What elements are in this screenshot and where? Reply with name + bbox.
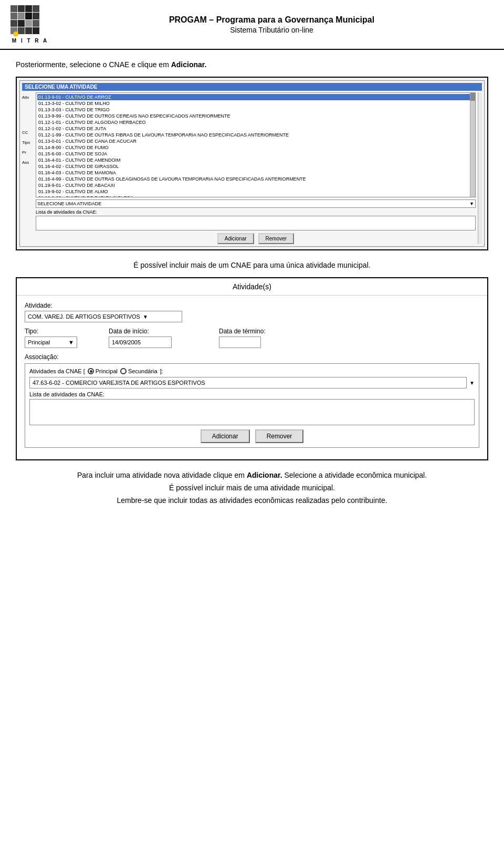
svg-point-16 [13, 31, 18, 37]
svg-rect-10 [25, 20, 32, 27]
scrollbar-thumb[interactable] [470, 93, 475, 101]
svg-rect-8 [10, 20, 17, 27]
header-title-line1: PROGAM – Programa para a Governança Muni… [50, 15, 494, 25]
footer-text-3: É possível incluir mais de uma atividade… [16, 484, 488, 492]
footer-text1-before: Para incluir uma atividade nova atividad… [77, 471, 247, 479]
atividade-select-value: COM. VAREJ. DE ARTIGOS ESPORTIVOS [28, 313, 140, 320]
svg-rect-11 [33, 20, 39, 27]
svg-rect-7 [33, 13, 39, 19]
side-label-ass: Ass [22, 160, 34, 165]
cnae-item-13[interactable]: 01.16-4-99 - CULTIVO DE OUTRAS OLEAGINOS… [37, 176, 474, 182]
svg-rect-1 [18, 5, 25, 12]
data-termino-input[interactable] [219, 337, 261, 348]
cnae-dropdown-arrow: ▼ [469, 201, 474, 206]
tipo-value: Principal [28, 339, 50, 345]
cnae-item-8[interactable]: 01.14-8-00 - CULTIVO DE FUMO [37, 144, 474, 151]
data-inicio-label: Data de início: [109, 328, 214, 335]
footer-text2: Selecione a atividade econômica municipa… [284, 471, 427, 479]
intro-text-bold: Adicionar. [171, 60, 207, 69]
three-col-row: Tipo: Principal ▼ Data de início: 14/09/… [25, 328, 479, 348]
cnae-item-4[interactable]: 01.12-1-01 - CULTIVO DE ALGODAO HERBACEO [37, 119, 474, 125]
cnae-item-9[interactable]: 01.15-6-00 - CULTIVO DE SOJA [37, 151, 474, 157]
radio-secundaria-btn[interactable]: Secundária [120, 368, 158, 374]
atividade-select[interactable]: COM. VAREJ. DE ARTIGOS ESPORTIVOS ▼ [25, 311, 182, 322]
radio-principal-circle [88, 368, 94, 374]
cnae-dropdown-arrow: ▼ [469, 380, 475, 386]
cnae-inner-list-label: Lista de atividades da CNAE: [29, 391, 475, 397]
cnae-second-select-row: SELECIONE UMA ATIVIDADE ▼ [36, 199, 476, 208]
ativ-remove-button[interactable]: Remover [255, 429, 304, 443]
atividades-title: Atividade(s) [17, 278, 487, 296]
cnae-second-select-value: SELECIONE UMA ATIVIDADE [37, 201, 101, 206]
svg-rect-13 [18, 27, 25, 34]
svg-rect-0 [10, 5, 17, 12]
header-title-area: PROGAM – Programa para a Governança Muni… [50, 15, 494, 34]
svg-rect-3 [33, 5, 39, 12]
main-content: Posteriormente, selecione o CNAE e cliqu… [0, 50, 504, 519]
data-termino-col: Data de término: [219, 328, 324, 348]
cnae-remove-button[interactable]: Remover [258, 233, 295, 244]
cnae-item-1[interactable]: 01.13-3-02 - CULTIVO DE MILHO [37, 100, 474, 107]
cnae-add-button[interactable]: Adicionar [217, 233, 254, 244]
intro-text-before: Posteriormente, selecione o CNAE e cliqu… [16, 60, 171, 69]
cnae-inner-list-area [29, 399, 475, 425]
svg-rect-15 [33, 27, 39, 34]
mitra-logo-svg [10, 5, 50, 37]
data-inicio-col: Data de início: 14/09/2005 [109, 328, 214, 348]
atividade-value-row: COM. VAREJ. DE ARTIGOS ESPORTIVOS ▼ [25, 311, 479, 322]
list-scrollbar[interactable] [470, 93, 475, 197]
tipo-select[interactable]: Principal ▼ [25, 337, 77, 348]
mitra-text: M I T R A [12, 38, 48, 44]
svg-rect-14 [25, 27, 32, 34]
right-border [478, 92, 482, 244]
radio-principal-label: Principal [96, 368, 118, 374]
tipo-arrow: ▼ [68, 339, 74, 345]
ativ-add-button[interactable]: Adicionar [201, 429, 250, 443]
data-inicio-value: 14/09/2005 [112, 339, 141, 345]
svg-rect-4 [10, 13, 17, 19]
cnae-dropdown-value: 47.63-6-02 - COMERCIO VAREJISTA DE ARTIG… [33, 380, 205, 386]
svg-rect-9 [18, 20, 25, 27]
cnae-item-15[interactable]: 01.19-9-02 - CULTIVO DE ALMO [37, 188, 474, 195]
intro-paragraph: Posteriormente, selecione o CNAE e cliqu… [16, 60, 488, 69]
cnae-item-2[interactable]: 01.13-3-03 - CULTIVO DE TRIGO [37, 107, 474, 113]
cnae-item-7[interactable]: 01.13-0-01 - CULTIVO DE CANA DE ACUCAR [37, 138, 474, 144]
cnae-main-list[interactable]: 01.13-9-01 - CULTIVO DE ARROZ 01.13-3-02… [36, 92, 476, 197]
middle-text: É possível incluir mais de um CNAE para … [16, 261, 488, 269]
radio-secundaria-label: Secundária [128, 368, 158, 374]
associacao-label: Associação: [25, 353, 479, 361]
data-termino-label: Data de término: [219, 328, 324, 335]
radio-principal-btn[interactable]: Principal [88, 368, 118, 374]
cnae-dropdown-row: 47.63-6-02 - COMERCIO VAREJISTA DE ARTIG… [29, 377, 475, 388]
atividade-label: Atividade: [25, 302, 479, 309]
page-header: M I T R A PROGAM – Programa para a Gover… [0, 0, 504, 50]
radio-secundaria-circle [120, 368, 127, 374]
cnae-item-16[interactable]: 01.19-9-03 - CULTIVO DE BATATA INGLESA [37, 195, 474, 197]
footer-text-1: Para incluir uma atividade nova atividad… [16, 471, 488, 479]
cnae-inner-dropdown[interactable]: 47.63-6-02 - COMERCIO VAREJISTA DE ARTIG… [29, 377, 467, 388]
side-label-cc: CC [22, 130, 34, 135]
tipo-col: Tipo: Principal ▼ [25, 328, 103, 348]
cnae-list-container: 01.13-9-01 - CULTIVO DE ARROZ 01.13-3-02… [36, 92, 476, 244]
side-label-tipo: Tipo [22, 140, 34, 145]
data-inicio-input[interactable]: 14/09/2005 [109, 337, 172, 348]
ativ-btn-row: Adicionar Remover [29, 429, 475, 443]
cnae-item-6[interactable]: 01.12-1-99 - CULTIVO DE OUTRAS FIBRAS DE… [37, 132, 474, 138]
svg-rect-2 [25, 5, 32, 12]
side-label-ativ: Ativ [22, 95, 34, 100]
cnae-btn-row: Adicionar Remover [36, 233, 476, 244]
cnae-item-3[interactable]: 01.13-9-99 - CULTIVO DE OUTROS CEREAIS N… [37, 113, 474, 119]
atividade-select-arrow: ▼ [143, 314, 148, 320]
cnae-item-14[interactable]: 01.19-9-01 - CULTIVO DE ABACAXI [37, 182, 474, 188]
cnae-list-label: Lista de atividades da CNAE: [36, 209, 476, 215]
cnae-inner-label-end: ]: [160, 368, 163, 374]
cnae-item-11[interactable]: 01.16-4-02 - CULTIVO DE GIRASSOL [37, 163, 474, 170]
svg-rect-6 [25, 13, 32, 19]
cnae-item-0[interactable]: 01.13-9-01 - CULTIVO DE ARROZ [37, 94, 474, 100]
cnae-inner-label: Atividades da CNAE [ [29, 368, 85, 374]
cnae-window: SELECIONE UMA ATIVIDADE Ativ CC Tipo Pr … [19, 80, 485, 247]
cnae-second-select[interactable]: SELECIONE UMA ATIVIDADE ▼ [36, 199, 476, 208]
cnae-item-12[interactable]: 01.16-4-03 - CULTIVO DE MAMONA [37, 170, 474, 176]
cnae-item-5[interactable]: 01.12-1-02 - CULTIVO DE JUTA [37, 125, 474, 132]
cnae-item-10[interactable]: 01.16-4-01 - CULTIVO DE AMENDOIM [37, 157, 474, 163]
